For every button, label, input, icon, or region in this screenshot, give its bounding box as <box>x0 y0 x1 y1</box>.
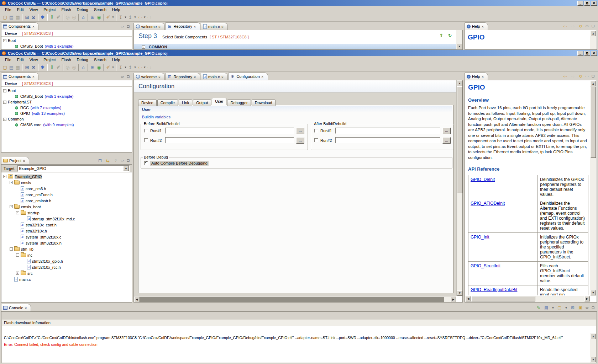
separator[interactable] <box>116 14 116 21</box>
forward-icon[interactable]: ⇨ <box>570 74 576 79</box>
expander-icon[interactable] <box>16 211 19 214</box>
tree-item[interactable]: startup_stm32f10x_md.c <box>1 216 132 222</box>
close-icon[interactable] <box>221 75 224 79</box>
expander-icon[interactable] <box>3 89 6 92</box>
forward-icon[interactable]: ⇨ <box>146 14 153 21</box>
menu-item[interactable]: View <box>27 7 41 12</box>
next-annotation-icon[interactable]: ↧ <box>117 14 124 21</box>
expander-icon[interactable] <box>3 118 6 121</box>
dropdown-arrow-icon[interactable]: ▾ <box>551 305 555 310</box>
repository-icon[interactable]: ⊞ <box>89 14 96 21</box>
browse-button[interactable]: ... <box>296 128 304 134</box>
vertical-scrollbar[interactable]: ▲ ▼ <box>590 81 596 296</box>
browse-button[interactable]: ... <box>442 128 451 134</box>
vertical-scrollbar[interactable]: ▲ <box>456 30 462 49</box>
close-icon[interactable] <box>482 24 485 28</box>
tab-console[interactable]: Console <box>1 304 31 311</box>
scroll-left-button[interactable]: ◀ <box>134 297 140 302</box>
scrollbar-thumb[interactable] <box>140 297 444 302</box>
prev-annotation-icon[interactable]: ↥ <box>127 64 133 71</box>
download-flash-icon[interactable]: ⇩ <box>49 64 55 71</box>
minimize-view-button[interactable]: ▭ <box>584 306 589 310</box>
scroll-right-button[interactable]: ▶ <box>451 297 456 302</box>
menu-item[interactable]: Edit <box>14 57 27 63</box>
editor-tab[interactable]: Repository <box>165 73 200 80</box>
flash-config-icon[interactable]: ◎ <box>64 14 71 21</box>
next-annotation-icon[interactable]: ↧ <box>117 64 124 71</box>
tab-components[interactable]: Components <box>1 73 38 80</box>
separator[interactable] <box>47 64 48 71</box>
editor-tab[interactable]: main.c <box>201 73 228 80</box>
maximize-view-button[interactable]: ▢ <box>126 25 131 29</box>
back-icon[interactable]: ⇦ <box>137 14 143 21</box>
expander-icon[interactable] <box>3 39 6 42</box>
refresh-repository-icon[interactable]: ↻ <box>447 33 453 38</box>
close-button[interactable]: ✕ <box>591 1 597 6</box>
menu-item[interactable]: Project <box>41 7 58 12</box>
refresh-icon[interactable]: ↻ <box>578 74 583 79</box>
erase-flash-icon[interactable]: ✐ <box>55 64 62 71</box>
maximize-view-button[interactable]: ▢ <box>591 74 596 79</box>
example-link[interactable]: (with 13 examples) <box>32 111 65 116</box>
close-icon[interactable] <box>32 24 35 28</box>
repository-icon[interactable]: ⊞ <box>89 64 96 71</box>
dropdown-arrow-icon[interactable]: ▾ <box>565 305 568 310</box>
horizontal-scrollbar[interactable]: ◀ ▶ <box>134 296 456 302</box>
dropdown-arrow-icon[interactable]: ▾ <box>133 64 137 71</box>
dropdown-arrow-icon[interactable]: ▾ <box>143 14 146 21</box>
separator[interactable] <box>22 14 23 21</box>
minimize-view-button[interactable]: ▭ <box>584 74 589 79</box>
restore-button[interactable]: ⧉ <box>584 51 590 56</box>
tree-item[interactable]: stm32f10x.h <box>1 228 132 234</box>
command-input[interactable] <box>165 137 294 143</box>
separator[interactable] <box>116 64 116 71</box>
maximize-view-button[interactable]: ▢ <box>126 75 131 79</box>
download-flash-icon[interactable]: ⇩ <box>49 14 55 21</box>
separator[interactable] <box>88 14 88 21</box>
tab-components[interactable]: Components <box>1 22 38 30</box>
maximize-view-button[interactable]: ▢ <box>126 159 131 163</box>
back-icon[interactable]: ⇦ <box>137 64 143 71</box>
coide-ball-icon[interactable]: ◉ <box>96 64 102 71</box>
buildin-variables-link[interactable]: Buildin variables <box>142 115 171 119</box>
vertical-scrollbar[interactable]: ▲ ▼ <box>456 80 462 296</box>
build-icon[interactable]: ⊞ <box>24 14 30 21</box>
prev-annotation-icon[interactable]: ↥ <box>127 14 133 21</box>
auto-compile-checkbox[interactable] <box>144 161 148 165</box>
browse-button[interactable]: ... <box>296 137 304 144</box>
expander-icon[interactable] <box>16 253 19 257</box>
close-icon[interactable] <box>158 75 161 79</box>
editor-tab[interactable]: Repository <box>165 22 200 30</box>
scroll-down-button[interactable]: ▼ <box>591 290 596 295</box>
debug-config-icon[interactable]: ◎ <box>71 14 77 21</box>
scroll-up-button[interactable]: ▲ <box>457 44 462 49</box>
tree-item[interactable]: Example_GPIO <box>1 173 132 180</box>
command-input[interactable] <box>165 128 294 134</box>
scroll-lock-icon[interactable]: ▣ <box>578 305 583 310</box>
chevron-down-icon[interactable]: ▼ <box>123 166 129 171</box>
menu-item[interactable]: Project <box>41 57 58 63</box>
minimize-view-button[interactable]: ▭ <box>120 159 125 163</box>
config-tab[interactable]: Debugger <box>227 100 251 106</box>
close-icon[interactable] <box>194 75 197 79</box>
restore-button[interactable]: ⧉ <box>584 1 590 6</box>
minimize-view-button[interactable]: ▭ <box>584 24 589 28</box>
back-icon[interactable]: ⇦ <box>562 24 568 29</box>
example-link[interactable]: (with 9 examples) <box>43 123 74 127</box>
back-icon[interactable]: ⇦ <box>562 74 568 79</box>
pin-console-icon[interactable]: ✎ <box>536 305 541 310</box>
home-icon[interactable]: ⌂ <box>80 64 86 71</box>
command-input[interactable] <box>335 128 440 134</box>
tab-help[interactable]: Help <box>465 73 488 80</box>
collapse-all-icon[interactable]: ⊟ <box>97 158 103 163</box>
menu-item[interactable]: Flash <box>59 57 74 63</box>
config-tab[interactable]: Compile <box>157 100 178 106</box>
scroll-right-button[interactable]: ▶ <box>584 296 590 301</box>
tree-item[interactable]: Common <box>1 116 132 122</box>
expander-icon[interactable] <box>3 101 6 104</box>
separator[interactable] <box>38 14 38 21</box>
scroll-down-button[interactable]: ▼ <box>591 357 596 362</box>
tree-item[interactable]: startup <box>1 210 132 216</box>
tab-project[interactable]: Project <box>1 157 29 164</box>
open-file-icon[interactable]: ▤ <box>8 64 15 71</box>
